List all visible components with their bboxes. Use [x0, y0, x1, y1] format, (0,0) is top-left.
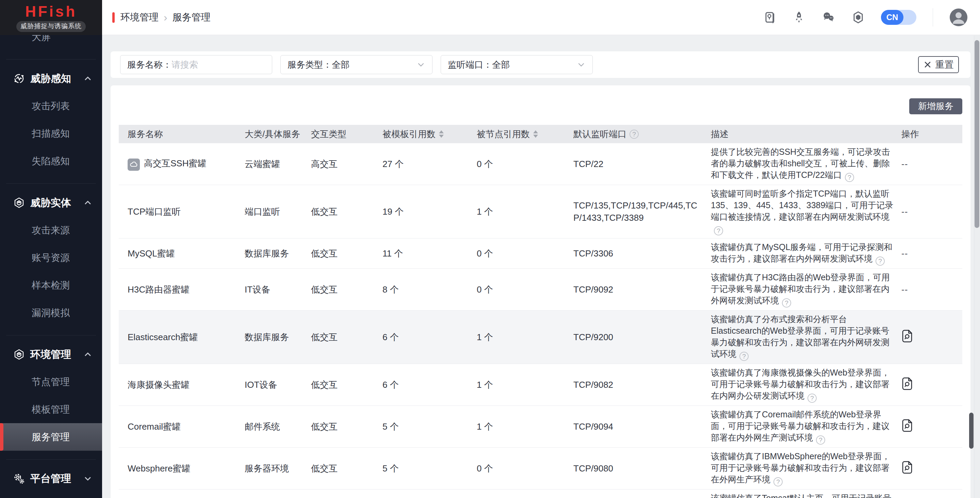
interaction-cell: 低交互: [311, 448, 382, 490]
main-content: 服务名称： 请搜索 服务类型： 全部 监听端口： 全部 重置 新增服务: [102, 35, 980, 498]
template-refs-cell: 6 个: [382, 364, 477, 406]
chevron-up-icon: [84, 199, 92, 207]
sidebar-item-template-management[interactable]: 模板管理: [0, 396, 102, 423]
service-name-cell: TCP端口监听: [119, 185, 245, 239]
docs-icon[interactable]: [763, 11, 776, 24]
breadcrumb-service-management[interactable]: 服务管理: [172, 11, 211, 24]
sidebar-divider: [6, 335, 96, 336]
service-type-select[interactable]: 服务类型： 全部: [280, 55, 433, 74]
add-service-button[interactable]: 新增服务: [909, 98, 962, 114]
sidebar-item-dashboard[interactable]: 大屏: [0, 35, 102, 51]
service-name-cell: H3C路由器蜜罐: [119, 269, 245, 310]
rocket-icon[interactable]: [792, 11, 805, 24]
template-refs-cell: 11 个: [382, 239, 477, 269]
help-icon[interactable]: ?: [714, 226, 723, 235]
breadcrumb-environment-management[interactable]: 环境管理: [121, 11, 159, 24]
help-icon[interactable]: ?: [808, 394, 817, 403]
app-logo-text: HFish: [25, 3, 77, 20]
template-refs-cell: 6 个: [382, 310, 477, 364]
sidebar-section-platform-management[interactable]: 平台管理: [0, 465, 102, 492]
sidebar-item-service-management[interactable]: 服务管理: [0, 423, 102, 451]
category-cell: 服务器环境: [245, 448, 311, 490]
view-log-button[interactable]: [901, 461, 913, 474]
service-name-cell: 高交互SSH蜜罐: [119, 143, 245, 185]
col-node-refs: 被节点引用数: [477, 125, 573, 143]
table-row: Websphere蜜罐 服务器环境 低交互 5 个 0 个 TCP/9080 该…: [119, 448, 962, 490]
breadcrumb-accent-bar: [112, 12, 115, 23]
category-cell: 数据库服务: [245, 310, 311, 364]
sidebar-item-attack-source[interactable]: 攻击来源: [0, 216, 102, 244]
table-row: 高交互SSH蜜罐 云端蜜罐 高交互 27 个 0 个 TCP/22 提供了比较完…: [119, 143, 962, 185]
sidebar-section-threat-perception[interactable]: 威胁感知: [0, 65, 102, 92]
help-icon[interactable]: ?: [740, 352, 749, 361]
ports-cell: TCP/9082: [573, 364, 711, 406]
node-refs-cell: 0 个: [477, 143, 573, 185]
col-actions: 操作: [901, 125, 962, 143]
badge-icon[interactable]: [852, 11, 865, 24]
sidebar-item-account-resources[interactable]: 账号资源: [0, 244, 102, 272]
feedback-chat-icon[interactable]: [822, 11, 835, 24]
help-icon[interactable]: ?: [782, 298, 791, 307]
sidebar-item-node-management[interactable]: 节点管理: [0, 368, 102, 396]
node-refs-cell: 1 个: [477, 185, 573, 239]
page-scrollbar-track[interactable]: [974, 35, 980, 498]
hexagon-cube-icon: [13, 197, 25, 209]
node-refs-cell: 0 个: [477, 448, 573, 490]
interaction-cell: 低交互: [311, 239, 382, 269]
action-cell: [901, 406, 962, 448]
topbar-divider: [933, 8, 933, 27]
interaction-cell: 低交互: [311, 406, 382, 448]
help-icon[interactable]: ?: [630, 130, 639, 139]
description-cell: 该蜜罐仿真了IBMWebSphere的Web登录界面，可用于记录账号暴力破解和攻…: [711, 448, 901, 490]
action-cell: --: [901, 185, 962, 239]
language-toggle[interactable]: CN: [881, 10, 916, 25]
page-scrollbar-thumb[interactable]: [975, 40, 979, 228]
service-name-cell: Tomcat蜜罐: [119, 490, 245, 498]
view-log-button[interactable]: [901, 329, 913, 342]
help-icon[interactable]: ?: [875, 256, 885, 266]
template-refs-cell: 19 个: [382, 185, 477, 239]
help-icon[interactable]: ?: [845, 173, 854, 182]
reset-button[interactable]: 重置: [918, 56, 959, 73]
template-refs-cell: 8 个: [382, 269, 477, 310]
table-header-row: 服务名称 大类/具体服务 交互类型 被模板引用数 被节点引用数: [119, 125, 962, 143]
template-refs-cell: 27 个: [382, 143, 477, 185]
help-icon[interactable]: ?: [773, 477, 783, 487]
listen-port-select[interactable]: 监听端口： 全部: [441, 55, 593, 74]
category-cell: 云端蜜罐: [245, 143, 311, 185]
action-cell: --: [901, 239, 962, 269]
view-log-button[interactable]: [901, 419, 913, 432]
service-name-cell: 海康摄像头蜜罐: [119, 364, 245, 406]
ports-cell: TCP/9080: [573, 448, 711, 490]
col-interaction-type: 交互类型: [311, 125, 382, 143]
cloud-icon: [127, 159, 140, 171]
help-icon[interactable]: ?: [816, 435, 825, 445]
table-row: TCP端口监听 端口监听 低交互 19 个 1 个 TCP/135,TCP/13…: [119, 185, 962, 239]
view-log-button[interactable]: [901, 377, 913, 390]
sidebar-nav: 大屏 威胁感知 攻击列表 扫描感知 失陷感知: [0, 35, 102, 498]
ports-cell: TCP/9198: [573, 490, 711, 498]
inner-scrollbar-thumb[interactable]: [969, 413, 974, 449]
service-name-search-input[interactable]: 服务名称： 请搜索: [120, 55, 272, 74]
table-row: 海康摄像头蜜罐 IOT设备 低交互 6 个 1 个 TCP/9082 该蜜罐仿真…: [119, 364, 962, 406]
description-cell: 提供了比较完善的SSH交互服务端，可记录攻击者的暴力破解攻击和shell交互，可…: [711, 143, 901, 185]
app-logo: HFish 威胁捕捉与诱骗系统: [0, 0, 102, 35]
table-row: MySQL蜜罐 数据库服务 低交互 11 个 0 个 TCP/3306 该蜜罐仿…: [119, 239, 962, 269]
sidebar-item-scan-perception[interactable]: 扫描感知: [0, 120, 102, 147]
sort-control[interactable]: [439, 130, 444, 138]
avatar[interactable]: [950, 8, 968, 27]
service-table: 服务名称 大类/具体服务 交互类型 被模板引用数 被节点引用数: [119, 125, 962, 498]
sidebar-section-threat-entity[interactable]: 威胁实体: [0, 189, 102, 216]
sidebar-item-attack-list[interactable]: 攻击列表: [0, 92, 102, 120]
sidebar-item-compromise-perception[interactable]: 失陷感知: [0, 147, 102, 175]
ports-cell: TCP/22: [573, 143, 711, 185]
interaction-cell: 低交互: [311, 185, 382, 239]
col-description: 描述: [711, 125, 901, 143]
category-cell: 数据库服务: [245, 239, 311, 269]
sidebar-item-sample-detection[interactable]: 样本检测: [0, 272, 102, 299]
service-name-label: 服务名称：: [127, 59, 172, 71]
sidebar-item-vulnerability-simulation[interactable]: 漏洞模拟: [0, 299, 102, 326]
action-cell: --: [901, 269, 962, 310]
sidebar-section-environment-management[interactable]: 环境管理: [0, 341, 102, 368]
sort-control[interactable]: [533, 130, 538, 138]
